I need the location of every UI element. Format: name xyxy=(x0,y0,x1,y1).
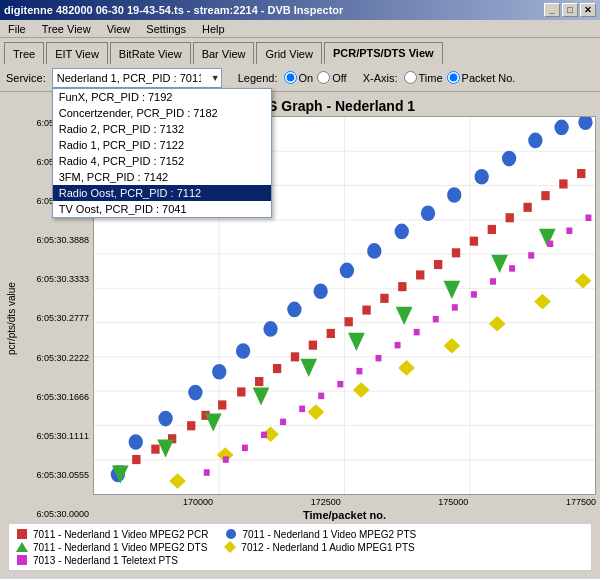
legend-item-0: 7011 - Nederland 1 Video MPEG2 PCR xyxy=(15,528,208,540)
xaxis-packet-radio[interactable] xyxy=(447,71,460,84)
svg-marker-64 xyxy=(348,333,365,351)
svg-rect-81 xyxy=(242,445,248,452)
svg-marker-75 xyxy=(444,338,461,354)
svg-point-45 xyxy=(236,343,250,359)
svg-point-53 xyxy=(447,187,461,203)
svg-point-55 xyxy=(502,151,516,167)
svg-rect-88 xyxy=(376,355,382,362)
svg-point-57 xyxy=(554,120,568,136)
window-controls: _ □ ✕ xyxy=(544,3,596,17)
dropdown-item-6[interactable]: Radio Oost, PCR_PID : 7112 xyxy=(53,185,271,201)
legend-off-radio[interactable] xyxy=(317,71,330,84)
service-label: Service: xyxy=(6,72,46,84)
svg-marker-102 xyxy=(16,542,28,552)
svg-marker-67 xyxy=(491,255,508,273)
svg-rect-32 xyxy=(452,248,460,257)
svg-rect-23 xyxy=(291,352,299,361)
dropdown-item-2[interactable]: Radio 2, PCR_PID : 7132 xyxy=(53,121,271,137)
svg-rect-90 xyxy=(414,329,420,336)
tab-bitrate[interactable]: BitRate View xyxy=(110,42,191,64)
y-axis-label: pcr/pts/dts value xyxy=(4,116,18,521)
legend-item-1: 7011 - Nederland 1 Video MPEG2 PTS xyxy=(224,528,416,540)
service-input[interactable] xyxy=(52,68,222,88)
svg-marker-66 xyxy=(444,281,461,299)
svg-rect-33 xyxy=(470,237,478,246)
menu-settings[interactable]: Settings xyxy=(142,22,190,36)
xaxis-radio-group: Time Packet No. xyxy=(404,71,516,84)
y-tick-10: 6:05:30.0000 xyxy=(18,507,89,521)
xaxis-area: 170000 172500 175000 177500 xyxy=(93,495,596,509)
svg-rect-27 xyxy=(362,306,370,315)
tab-eit[interactable]: EIT View xyxy=(46,42,108,64)
svg-rect-29 xyxy=(398,282,406,291)
dropdown-item-1[interactable]: Concertzender, PCR_PID : 7182 xyxy=(53,105,271,121)
svg-rect-95 xyxy=(509,265,515,272)
tab-tree[interactable]: Tree xyxy=(4,42,44,64)
dropdown-item-4[interactable]: Radio 4, PCR_PID : 7152 xyxy=(53,153,271,169)
svg-rect-80 xyxy=(223,456,229,463)
svg-point-41 xyxy=(129,434,143,450)
svg-point-50 xyxy=(367,243,381,259)
tab-grid[interactable]: Grid View xyxy=(256,42,321,64)
svg-point-52 xyxy=(421,205,435,221)
title-bar: digitenne 482000 06-30 19-43-54.ts - str… xyxy=(0,0,600,20)
svg-rect-91 xyxy=(433,316,439,323)
y-tick-8: 6:05:30.1111 xyxy=(18,429,89,443)
svg-marker-60 xyxy=(157,439,174,457)
svg-rect-94 xyxy=(490,278,496,285)
maximize-button[interactable]: □ xyxy=(562,3,578,17)
legend-row-2: 7013 - Nederland 1 Teletext PTS xyxy=(15,554,585,566)
x-tick-3: 177500 xyxy=(566,497,596,507)
svg-point-54 xyxy=(475,169,489,185)
tab-bar[interactable]: Bar View xyxy=(193,42,255,64)
legend-on-radio[interactable] xyxy=(284,71,297,84)
minimize-button[interactable]: _ xyxy=(544,3,560,17)
svg-point-42 xyxy=(158,411,172,427)
svg-point-46 xyxy=(263,321,277,337)
tab-pcr[interactable]: PCR/PTS/DTS View xyxy=(324,42,443,64)
svg-marker-74 xyxy=(398,360,415,376)
dropdown-item-5[interactable]: 3FM, PCR_PID : 7142 xyxy=(53,169,271,185)
svg-point-44 xyxy=(212,364,226,380)
svg-marker-63 xyxy=(300,359,317,377)
svg-point-101 xyxy=(226,529,236,539)
menu-view[interactable]: View xyxy=(103,22,135,36)
menu-help[interactable]: Help xyxy=(198,22,229,36)
legend-off-label[interactable]: Off xyxy=(317,71,346,84)
svg-point-47 xyxy=(287,302,301,318)
xaxis-packet-label[interactable]: Packet No. xyxy=(447,71,516,84)
menu-file[interactable]: File xyxy=(4,22,30,36)
legend-item-4: 7013 - Nederland 1 Teletext PTS xyxy=(15,554,178,566)
svg-rect-15 xyxy=(151,445,159,454)
svg-rect-28 xyxy=(380,294,388,303)
svg-rect-37 xyxy=(541,191,549,200)
svg-marker-65 xyxy=(396,307,413,325)
svg-rect-85 xyxy=(318,393,324,400)
legend-triangle-green xyxy=(15,541,29,553)
svg-rect-89 xyxy=(395,342,401,349)
svg-rect-92 xyxy=(452,304,458,311)
close-button[interactable]: ✕ xyxy=(580,3,596,17)
svg-rect-84 xyxy=(299,406,305,413)
dropdown-item-0[interactable]: FunX, PCR_PID : 7192 xyxy=(53,89,271,105)
svg-marker-69 xyxy=(169,473,186,489)
svg-rect-82 xyxy=(261,432,267,439)
legend-item-3: 7012 - Nederland 1 Audio MPEG1 PTS xyxy=(223,541,414,553)
dropdown-item-7[interactable]: TV Oost, PCR_PID : 7041 xyxy=(53,201,271,217)
legend-diamond-yellow xyxy=(223,541,237,553)
service-dropdown: FunX, PCR_PID : 7192 Concertzender, PCR_… xyxy=(52,88,272,218)
y-tick-9: 6:05:30.0555 xyxy=(18,468,89,482)
xaxis-time-radio[interactable] xyxy=(404,71,417,84)
svg-rect-14 xyxy=(132,455,140,464)
svg-point-49 xyxy=(340,263,354,279)
xaxis-time-label[interactable]: Time xyxy=(404,71,443,84)
menu-treeview[interactable]: Tree View xyxy=(38,22,95,36)
svg-rect-99 xyxy=(585,215,591,222)
svg-rect-21 xyxy=(255,377,263,386)
dropdown-item-3[interactable]: Radio 1, PCR_PID : 7122 xyxy=(53,137,271,153)
svg-marker-76 xyxy=(489,316,506,332)
y-tick-4: 6:05:30.3333 xyxy=(18,272,89,286)
svg-rect-83 xyxy=(280,419,286,426)
legend-on-label[interactable]: On xyxy=(284,71,314,84)
x-tick-1: 172500 xyxy=(311,497,341,507)
